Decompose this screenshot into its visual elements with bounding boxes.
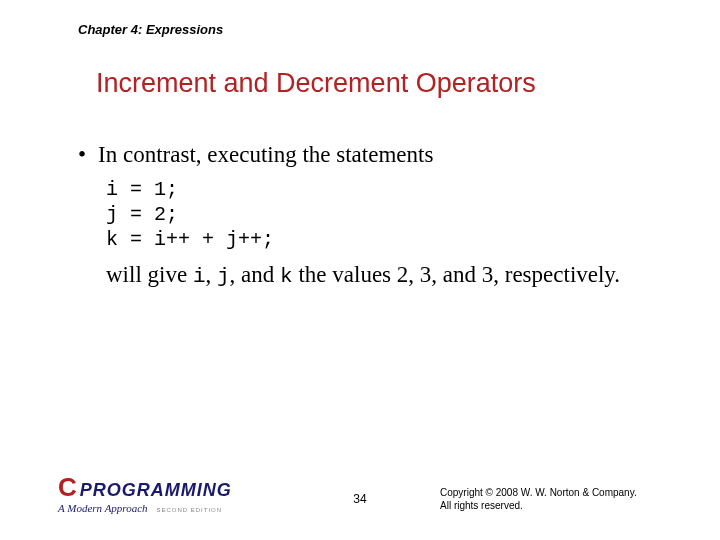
- logo-sub-text: A Modern Approach: [58, 502, 148, 514]
- followup-prefix: will give: [106, 262, 193, 287]
- code-block: i = 1; j = 2; k = i++ + j++;: [106, 177, 638, 252]
- bullet-item: • In contrast, executing the statements: [78, 140, 638, 169]
- logo-c-letter: C: [58, 476, 78, 498]
- followup-mid2: , and: [230, 262, 280, 287]
- followup-suffix: the values 2, 3, and 3, respectively.: [293, 262, 620, 287]
- followup-text: will give i, j, and k the values 2, 3, a…: [106, 260, 626, 291]
- chapter-header: Chapter 4: Expressions: [78, 22, 223, 37]
- copyright-line-1: Copyright © 2008 W. W. Norton & Company.: [440, 486, 660, 499]
- logo-main: C PROGRAMMING: [58, 476, 232, 501]
- bullet-marker: •: [78, 140, 86, 169]
- copyright-line-2: All rights reserved.: [440, 499, 660, 512]
- page-number: 34: [353, 492, 366, 506]
- bullet-text: In contrast, executing the statements: [98, 140, 433, 169]
- logo-edition: SECOND EDITION: [156, 507, 222, 513]
- slide-title: Increment and Decrement Operators: [96, 68, 536, 99]
- book-logo: C PROGRAMMING A Modern Approach SECOND E…: [58, 476, 232, 514]
- var-i: i: [193, 265, 206, 288]
- logo-subtitle: A Modern Approach SECOND EDITION: [58, 502, 232, 514]
- var-j: j: [217, 265, 230, 288]
- var-k: k: [280, 265, 293, 288]
- copyright: Copyright © 2008 W. W. Norton & Company.…: [440, 486, 660, 512]
- footer: C PROGRAMMING A Modern Approach SECOND E…: [0, 474, 720, 514]
- logo-word: PROGRAMMING: [80, 479, 232, 501]
- body-content: • In contrast, executing the statements …: [78, 140, 638, 291]
- followup-mid1: ,: [206, 262, 218, 287]
